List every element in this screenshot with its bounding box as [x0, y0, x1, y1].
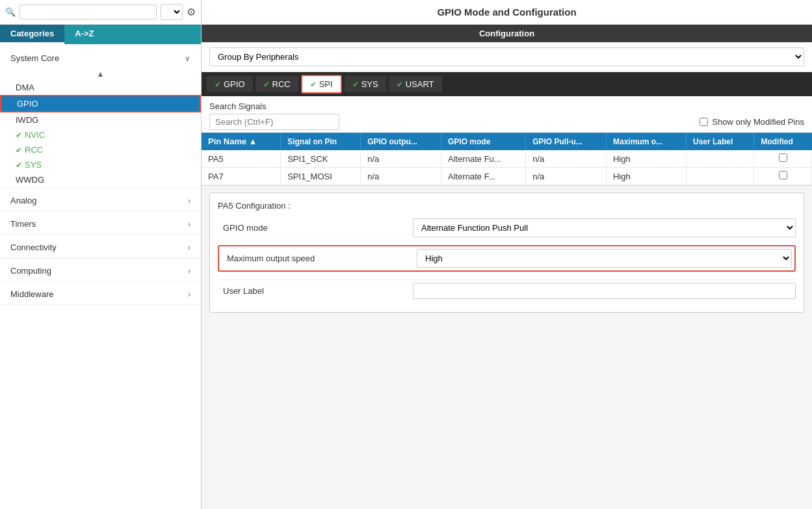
- timers-label: Timers: [10, 219, 36, 229]
- spi-check-icon: ✔: [310, 80, 317, 89]
- sort-up-icon[interactable]: ▲: [97, 70, 105, 79]
- ptab-usart-label: USART: [406, 79, 434, 89]
- sidebar-item-iwdg[interactable]: IWDG: [0, 112, 201, 127]
- th-pin-name[interactable]: Pin Name ▲: [202, 133, 281, 150]
- pa5-config-panel: PA5 Configuration : GPIO mode Alternate …: [209, 192, 804, 313]
- search-dropdown[interactable]: [161, 4, 183, 20]
- system-core-label: System Core: [10, 53, 59, 63]
- ptab-rcc[interactable]: ✔ RCC: [255, 76, 298, 92]
- computing-header[interactable]: Computing ›: [0, 261, 201, 281]
- sidebar-item-rcc[interactable]: ✔ RCC: [0, 142, 201, 157]
- tab-categories[interactable]: Categories: [0, 25, 64, 44]
- sidebar-item-nvic[interactable]: ✔ NVIC: [0, 127, 201, 142]
- cell-gpio-pull-0: n/a: [526, 150, 607, 168]
- cell-gpio-mode-1: Alternate F...: [441, 168, 526, 185]
- modified-checkbox-0[interactable]: [779, 153, 787, 162]
- chevron-down-icon: ∨: [185, 54, 190, 63]
- search-input[interactable]: [20, 5, 157, 20]
- sidebar-item-wwdg[interactable]: WWDG: [0, 172, 201, 187]
- th-gpio-pull[interactable]: GPIO Pull-u...: [526, 133, 607, 150]
- group-by-row: Group By Peripherals Group By GPIO Ports: [202, 42, 812, 72]
- show-modified-checkbox[interactable]: [700, 118, 708, 126]
- system-core-items: DMA GPIO IWDG ✔ NVIC ✔ RCC ✔: [0, 80, 201, 187]
- computing-label: Computing: [10, 266, 51, 276]
- ptab-sys[interactable]: ✔ SYS: [345, 76, 386, 92]
- pa5-config-title: PA5 Configuration :: [218, 201, 796, 211]
- sidebar-item-sys[interactable]: ✔ SYS: [0, 157, 201, 172]
- connectivity-label: Connectivity: [10, 242, 57, 252]
- dma-label: DMA: [16, 83, 34, 92]
- timers-section: Timers ›: [0, 214, 201, 235]
- cell-gpio-output-0: n/a: [361, 150, 441, 168]
- max-speed-select[interactable]: Low Medium High Very High: [417, 249, 792, 268]
- cell-user-label-1: [686, 168, 753, 185]
- timers-header[interactable]: Timers ›: [0, 214, 201, 234]
- middleware-section: Middleware ›: [0, 284, 201, 305]
- search-signals-input[interactable]: [209, 114, 339, 130]
- signals-section: Search Signals Show only Modified Pins: [202, 96, 812, 133]
- th-signal[interactable]: Signal on Pin: [281, 133, 361, 150]
- config-bar: Configuration: [202, 25, 812, 42]
- cell-max-output-1: High: [606, 168, 686, 185]
- th-max-output[interactable]: Maximum o...: [606, 133, 686, 150]
- th-gpio-mode[interactable]: GPIO mode: [441, 133, 526, 150]
- table-row[interactable]: PA5 SPI1_SCK n/a Alternate Fu... n/a Hig…: [202, 150, 812, 168]
- cell-pin-name-1: PA7: [202, 168, 281, 185]
- ptab-rcc-label: RCC: [272, 79, 291, 89]
- main-title: GPIO Mode and Configuration: [202, 0, 812, 25]
- ptab-gpio-label: GPIO: [224, 79, 245, 89]
- ptab-sys-label: SYS: [361, 79, 378, 89]
- cell-modified-0: [754, 150, 812, 168]
- middleware-chevron-icon: ›: [188, 290, 190, 299]
- analog-section: Analog ›: [0, 190, 201, 211]
- ptab-usart[interactable]: ✔ USART: [389, 76, 442, 92]
- gpio-table-container: Pin Name ▲ Signal on Pin GPIO outpu... G…: [202, 133, 812, 186]
- iwdg-label: IWDG: [16, 115, 38, 125]
- sys-label: SYS: [25, 160, 42, 170]
- th-user-label[interactable]: User Label: [686, 133, 753, 150]
- gear-icon[interactable]: ⚙: [187, 6, 196, 18]
- gpio-mode-select[interactable]: Alternate Function Push Pull Input mode …: [413, 218, 796, 237]
- peripheral-tabs: ✔ GPIO ✔ RCC ✔ SPI ✔ SYS ✔ USART: [202, 72, 812, 96]
- cell-pin-name-0: PA5: [202, 150, 281, 168]
- max-speed-label: Maximum output speed: [222, 254, 417, 263]
- sidebar: 🔍 ⚙ Categories A->Z System Core ∨ ▲ DMA: [0, 0, 202, 509]
- system-core-header[interactable]: System Core ∨: [0, 48, 201, 68]
- th-modified[interactable]: Modified: [754, 133, 812, 150]
- cell-gpio-output-1: n/a: [361, 168, 441, 185]
- cell-max-output-0: High: [606, 150, 686, 168]
- user-label-input[interactable]: [413, 283, 796, 299]
- search-icon: 🔍: [5, 7, 16, 17]
- computing-section: Computing ›: [0, 261, 201, 281]
- table-row[interactable]: PA7 SPI1_MOSI n/a Alternate F... n/a Hig…: [202, 168, 812, 185]
- modified-checkbox-1[interactable]: [779, 171, 787, 179]
- sys-tab-check-icon: ✔: [352, 80, 359, 89]
- sidebar-item-gpio[interactable]: GPIO: [0, 95, 201, 112]
- analog-label: Analog: [10, 196, 36, 205]
- analog-header[interactable]: Analog ›: [0, 190, 201, 211]
- usart-check-icon: ✔: [397, 80, 403, 89]
- middleware-header[interactable]: Middleware ›: [0, 284, 201, 304]
- group-by-select[interactable]: Group By Peripherals Group By GPIO Ports: [209, 47, 804, 66]
- ptab-gpio[interactable]: ✔ GPIO: [207, 76, 253, 92]
- gpio-check-icon: ✔: [215, 80, 221, 89]
- timers-chevron-icon: ›: [188, 220, 190, 229]
- main-panel: GPIO Mode and Configuration Configuratio…: [202, 0, 812, 509]
- user-label-label: User Label: [218, 286, 413, 296]
- rcc-label: RCC: [25, 145, 43, 155]
- ptab-spi[interactable]: ✔ SPI: [301, 75, 342, 94]
- tab-az[interactable]: A->Z: [64, 25, 104, 44]
- main-scroll-area: Search Signals Show only Modified Pins P…: [202, 96, 812, 509]
- computing-chevron-icon: ›: [188, 267, 190, 276]
- connectivity-header[interactable]: Connectivity ›: [0, 237, 201, 257]
- gpio-mode-row: GPIO mode Alternate Function Push Pull I…: [218, 218, 796, 237]
- th-gpio-output[interactable]: GPIO outpu...: [361, 133, 441, 150]
- system-core-section: System Core ∨ ▲ DMA GPIO IWDG ✔ NVIC: [0, 48, 201, 188]
- signals-row: Show only Modified Pins: [209, 114, 804, 130]
- nvic-label: NVIC: [25, 130, 45, 140]
- cell-gpio-pull-1: n/a: [526, 168, 607, 185]
- analog-chevron-icon: ›: [188, 196, 190, 205]
- sidebar-item-dma[interactable]: DMA: [0, 80, 201, 95]
- cell-modified-1: [754, 168, 812, 185]
- sidebar-search-row: 🔍 ⚙: [0, 0, 201, 25]
